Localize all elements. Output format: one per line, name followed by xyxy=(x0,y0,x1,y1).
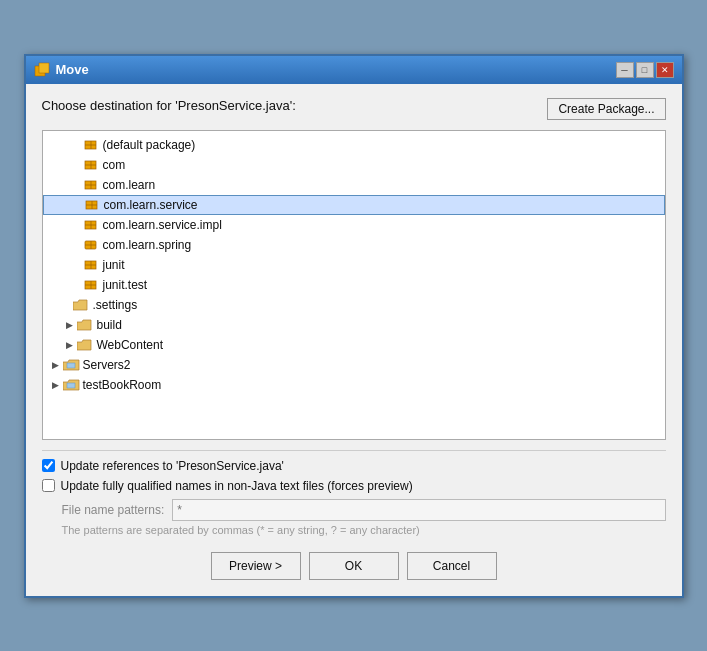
update-qualified-row: Update fully qualified names in non-Java… xyxy=(42,479,666,493)
expand-arrow: ▶ xyxy=(63,340,77,350)
tree-item-com-learn[interactable]: com.learn xyxy=(43,175,665,195)
server-folder-icon xyxy=(63,378,79,392)
item-label-servers2: Servers2 xyxy=(83,358,131,372)
item-label-com-learn-service-impl: com.learn.service.impl xyxy=(103,218,222,232)
svg-marker-26 xyxy=(73,300,87,310)
folder-icon xyxy=(73,298,89,312)
expand-arrow: ▶ xyxy=(49,380,63,390)
package-icon xyxy=(83,258,99,272)
minimize-button[interactable]: ─ xyxy=(616,62,634,78)
ok-button[interactable]: OK xyxy=(309,552,399,580)
item-label-junit: junit xyxy=(103,258,125,272)
folder-icon xyxy=(77,318,93,332)
svg-rect-1 xyxy=(39,63,49,73)
package-tree[interactable]: (default package) com xyxy=(42,130,666,440)
divider xyxy=(42,450,666,451)
server-folder-icon xyxy=(63,358,79,372)
create-package-button[interactable]: Create Package... xyxy=(547,98,665,120)
package-icon xyxy=(83,278,99,292)
tree-item-com-learn-service-impl[interactable]: com.learn.service.impl xyxy=(43,215,665,235)
package-icon xyxy=(83,178,99,192)
title-controls: ─ □ ✕ xyxy=(616,62,674,78)
item-label-default-pkg: (default package) xyxy=(103,138,196,152)
item-label-build: build xyxy=(97,318,122,332)
file-pattern-input[interactable] xyxy=(172,499,665,521)
tree-item-com-learn-spring[interactable]: com.learn.spring xyxy=(43,235,665,255)
item-label-testbookroom: testBookRoom xyxy=(83,378,162,392)
choose-destination-label: Choose destination for 'PresonService.ja… xyxy=(42,98,296,113)
title-bar-left: Move xyxy=(34,62,89,78)
close-button[interactable]: ✕ xyxy=(656,62,674,78)
update-fq-label: Update fully qualified names in non-Java… xyxy=(61,479,413,493)
package-icon-alt xyxy=(83,238,99,252)
tree-item-com[interactable]: com xyxy=(43,155,665,175)
item-label-com-learn: com.learn xyxy=(103,178,156,192)
package-icon xyxy=(83,158,99,172)
tree-item-default-pkg[interactable]: (default package) xyxy=(43,135,665,155)
tree-item-testbookroom[interactable]: ▶ testBookRoom xyxy=(43,375,665,395)
update-refs-checkbox[interactable] xyxy=(42,459,55,472)
file-pattern-row: File name patterns: xyxy=(62,499,666,521)
item-label-com-learn-service: com.learn.service xyxy=(104,198,198,212)
svg-marker-27 xyxy=(77,320,91,330)
tree-inner: (default package) com xyxy=(43,131,665,399)
update-refs-row: Update references to 'PresonService.java… xyxy=(42,459,666,473)
tree-item-com-learn-service[interactable]: com.learn.service xyxy=(43,195,665,215)
header-row: Choose destination for 'PresonService.ja… xyxy=(42,98,666,120)
item-label-com-learn-spring: com.learn.spring xyxy=(103,238,192,252)
button-row: Preview > OK Cancel xyxy=(42,552,666,584)
dialog-title: Move xyxy=(56,62,89,77)
file-pattern-hint: The patterns are separated by commas (* … xyxy=(62,524,666,536)
svg-rect-30 xyxy=(67,363,75,368)
move-dialog: Move ─ □ ✕ Choose destination for 'Preso… xyxy=(24,54,684,598)
tree-item-junit[interactable]: junit xyxy=(43,255,665,275)
cancel-button[interactable]: Cancel xyxy=(407,552,497,580)
tree-item-junit-test[interactable]: junit.test xyxy=(43,275,665,295)
package-icon xyxy=(83,138,99,152)
file-pattern-label: File name patterns: xyxy=(62,503,165,517)
expand-arrow: ▶ xyxy=(63,320,77,330)
tree-item-servers2[interactable]: ▶ Servers2 xyxy=(43,355,665,375)
title-bar: Move ─ □ ✕ xyxy=(26,56,682,84)
expand-arrow: ▶ xyxy=(49,360,63,370)
item-label-webcontent: WebContent xyxy=(97,338,164,352)
move-icon xyxy=(34,62,50,78)
tree-item-webcontent[interactable]: ▶ WebContent xyxy=(43,335,665,355)
svg-rect-32 xyxy=(67,383,75,388)
item-label-junit-test: junit.test xyxy=(103,278,148,292)
maximize-button[interactable]: □ xyxy=(636,62,654,78)
item-label-settings: .settings xyxy=(93,298,138,312)
dialog-body: Choose destination for 'PresonService.ja… xyxy=(26,84,682,596)
package-icon xyxy=(84,198,100,212)
svg-marker-28 xyxy=(77,340,91,350)
tree-item-settings[interactable]: .settings xyxy=(43,295,665,315)
folder-icon xyxy=(77,338,93,352)
update-fq-checkbox[interactable] xyxy=(42,479,55,492)
package-icon xyxy=(83,218,99,232)
item-label-com: com xyxy=(103,158,126,172)
update-refs-label: Update references to 'PresonService.java… xyxy=(61,459,284,473)
preview-button[interactable]: Preview > xyxy=(211,552,301,580)
tree-item-build[interactable]: ▶ build xyxy=(43,315,665,335)
